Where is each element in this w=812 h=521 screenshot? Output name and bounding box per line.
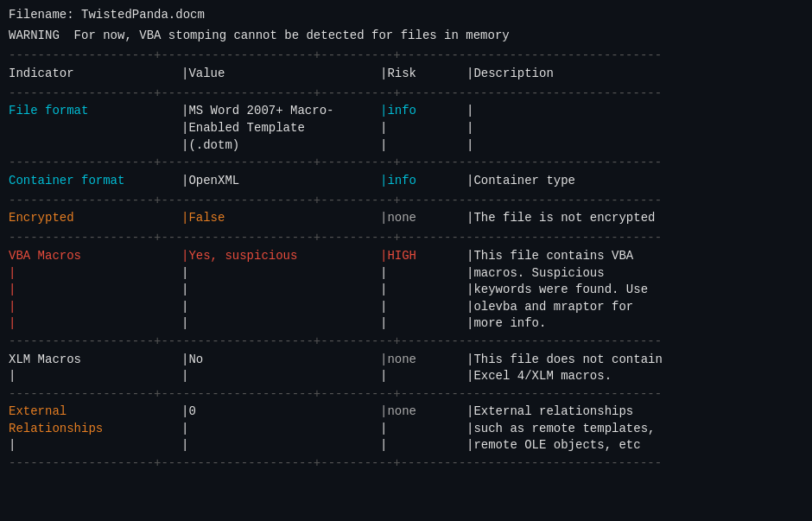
indicator-container-format: Container format	[9, 172, 181, 193]
row-xlm-macros: XLM Macros | |No | |none |	[9, 351, 803, 386]
indicator-vba-macros: VBA Macros | | | |	[9, 247, 181, 334]
value-file-format: |MS Word 2007+ Macro- |Enabled Template …	[181, 102, 380, 155]
row-external-relationships: External Relationships | |0 | |	[9, 403, 803, 455]
risk-vba-macros: |HIGH | | | |	[380, 247, 466, 334]
main-table: --------------------+-------------------…	[9, 48, 803, 472]
value-encrypted: |False	[181, 209, 380, 230]
divider-bottom: --------------------+-------------------…	[9, 455, 803, 473]
divider-2: --------------------+-------------------…	[9, 193, 803, 210]
col-header-risk: |Risk	[380, 65, 466, 86]
risk-file-format: |info | |	[380, 102, 466, 155]
value-xlm-macros: |No |	[181, 351, 380, 386]
desc-container-format: |Container type	[466, 172, 812, 193]
risk-encrypted: |none	[380, 209, 466, 230]
value-vba-macros: |Yes, suspicious | | | |	[181, 247, 380, 334]
divider-5: --------------------+-------------------…	[9, 386, 803, 403]
row-vba-macros: VBA Macros | | | | |Yes, suspicious |	[9, 247, 803, 334]
col-header-value: |Value	[181, 65, 380, 86]
divider-4: --------------------+-------------------…	[9, 334, 803, 351]
header-line1: Filename: TwistedPanda.docm	[9, 7, 803, 24]
divider-top: --------------------+-------------------…	[9, 48, 803, 65]
indicator-xlm-macros: XLM Macros |	[9, 351, 181, 386]
value-container-format: |OpenXML	[181, 172, 380, 193]
divider-3: --------------------+-------------------…	[9, 230, 803, 247]
desc-encrypted: |The file is not encrypted	[466, 209, 812, 230]
col-header-indicator: Indicator	[9, 65, 181, 86]
risk-xlm-macros: |none |	[380, 351, 466, 386]
header-line2: WARNING For now, VBA stomping cannot be …	[9, 28, 803, 45]
desc-external-relationships: |External relationships |such as remote …	[466, 403, 812, 455]
divider-1: --------------------+-------------------…	[9, 155, 803, 172]
value-external-relationships: |0 | |	[181, 403, 380, 455]
table-header-row: Indicator |Value |Risk |Description	[9, 65, 803, 86]
desc-vba-macros: |This file contains VBA |macros. Suspici…	[466, 247, 812, 334]
divider-header: --------------------+-------------------…	[9, 86, 803, 103]
indicator-external-relationships: External Relationships |	[9, 403, 181, 455]
indicator-encrypted: Encrypted	[9, 209, 181, 230]
desc-xlm-macros: |This file does not contain |Excel 4/XLM…	[466, 351, 812, 386]
terminal-output: Filename: TwistedPanda.docm WARNING For …	[9, 7, 803, 473]
risk-external-relationships: |none | |	[380, 403, 466, 455]
row-container-format: Container format |OpenXML |info |Contain…	[9, 172, 803, 193]
row-file-format: File format |MS Word 2007+ Macro- |Enabl…	[9, 102, 803, 155]
indicator-file-format: File format	[9, 102, 181, 155]
col-header-desc: |Description	[466, 65, 812, 86]
desc-file-format: | | |	[466, 102, 812, 155]
row-encrypted: Encrypted |False |none |The file is not …	[9, 209, 803, 230]
risk-container-format: |info	[380, 172, 466, 193]
